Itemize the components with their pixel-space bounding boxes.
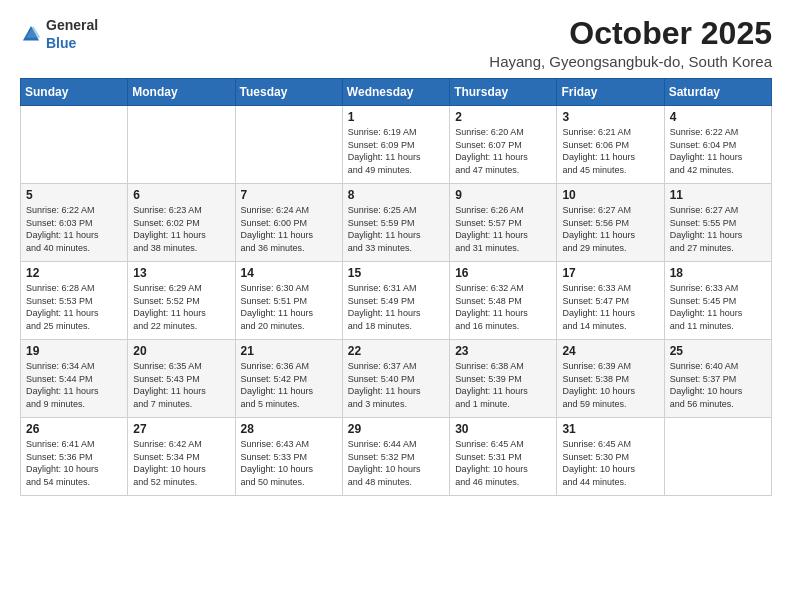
day-info: Sunrise: 6:27 AM Sunset: 5:56 PM Dayligh… [562, 204, 658, 254]
header-friday: Friday [557, 79, 664, 106]
calendar-header-row: Sunday Monday Tuesday Wednesday Thursday… [21, 79, 772, 106]
day-number: 10 [562, 188, 658, 202]
day-info: Sunrise: 6:19 AM Sunset: 6:09 PM Dayligh… [348, 126, 444, 176]
calendar-cell: 11Sunrise: 6:27 AM Sunset: 5:55 PM Dayli… [664, 184, 771, 262]
day-info: Sunrise: 6:21 AM Sunset: 6:06 PM Dayligh… [562, 126, 658, 176]
day-info: Sunrise: 6:22 AM Sunset: 6:04 PM Dayligh… [670, 126, 766, 176]
day-info: Sunrise: 6:41 AM Sunset: 5:36 PM Dayligh… [26, 438, 122, 488]
day-info: Sunrise: 6:33 AM Sunset: 5:47 PM Dayligh… [562, 282, 658, 332]
header-sunday: Sunday [21, 79, 128, 106]
day-info: Sunrise: 6:34 AM Sunset: 5:44 PM Dayligh… [26, 360, 122, 410]
calendar-week-1: 5Sunrise: 6:22 AM Sunset: 6:03 PM Daylig… [21, 184, 772, 262]
day-number: 29 [348, 422, 444, 436]
logo-icon [20, 23, 42, 45]
calendar-cell: 5Sunrise: 6:22 AM Sunset: 6:03 PM Daylig… [21, 184, 128, 262]
day-info: Sunrise: 6:39 AM Sunset: 5:38 PM Dayligh… [562, 360, 658, 410]
day-info: Sunrise: 6:35 AM Sunset: 5:43 PM Dayligh… [133, 360, 229, 410]
header-saturday: Saturday [664, 79, 771, 106]
day-number: 25 [670, 344, 766, 358]
day-info: Sunrise: 6:45 AM Sunset: 5:31 PM Dayligh… [455, 438, 551, 488]
day-number: 19 [26, 344, 122, 358]
day-info: Sunrise: 6:43 AM Sunset: 5:33 PM Dayligh… [241, 438, 337, 488]
calendar-cell: 25Sunrise: 6:40 AM Sunset: 5:37 PM Dayli… [664, 340, 771, 418]
calendar-cell: 22Sunrise: 6:37 AM Sunset: 5:40 PM Dayli… [342, 340, 449, 418]
logo: General Blue [20, 16, 98, 52]
day-info: Sunrise: 6:32 AM Sunset: 5:48 PM Dayligh… [455, 282, 551, 332]
calendar-week-2: 12Sunrise: 6:28 AM Sunset: 5:53 PM Dayli… [21, 262, 772, 340]
calendar-cell: 6Sunrise: 6:23 AM Sunset: 6:02 PM Daylig… [128, 184, 235, 262]
calendar-cell: 2Sunrise: 6:20 AM Sunset: 6:07 PM Daylig… [450, 106, 557, 184]
calendar-cell [235, 106, 342, 184]
day-number: 13 [133, 266, 229, 280]
day-info: Sunrise: 6:37 AM Sunset: 5:40 PM Dayligh… [348, 360, 444, 410]
calendar-cell: 8Sunrise: 6:25 AM Sunset: 5:59 PM Daylig… [342, 184, 449, 262]
day-number: 16 [455, 266, 551, 280]
day-info: Sunrise: 6:22 AM Sunset: 6:03 PM Dayligh… [26, 204, 122, 254]
day-number: 9 [455, 188, 551, 202]
calendar-week-4: 26Sunrise: 6:41 AM Sunset: 5:36 PM Dayli… [21, 418, 772, 496]
day-info: Sunrise: 6:24 AM Sunset: 6:00 PM Dayligh… [241, 204, 337, 254]
day-number: 26 [26, 422, 122, 436]
day-number: 24 [562, 344, 658, 358]
calendar-cell: 10Sunrise: 6:27 AM Sunset: 5:56 PM Dayli… [557, 184, 664, 262]
calendar-cell: 18Sunrise: 6:33 AM Sunset: 5:45 PM Dayli… [664, 262, 771, 340]
calendar-cell: 29Sunrise: 6:44 AM Sunset: 5:32 PM Dayli… [342, 418, 449, 496]
main-container: General Blue October 2025 Hayang, Gyeong… [0, 0, 792, 506]
title-block: October 2025 Hayang, Gyeongsangbuk-do, S… [489, 16, 772, 70]
day-number: 23 [455, 344, 551, 358]
calendar-cell: 13Sunrise: 6:29 AM Sunset: 5:52 PM Dayli… [128, 262, 235, 340]
day-number: 12 [26, 266, 122, 280]
calendar-cell: 26Sunrise: 6:41 AM Sunset: 5:36 PM Dayli… [21, 418, 128, 496]
day-number: 15 [348, 266, 444, 280]
calendar-week-0: 1Sunrise: 6:19 AM Sunset: 6:09 PM Daylig… [21, 106, 772, 184]
day-info: Sunrise: 6:33 AM Sunset: 5:45 PM Dayligh… [670, 282, 766, 332]
calendar-cell: 28Sunrise: 6:43 AM Sunset: 5:33 PM Dayli… [235, 418, 342, 496]
day-number: 31 [562, 422, 658, 436]
calendar-cell: 20Sunrise: 6:35 AM Sunset: 5:43 PM Dayli… [128, 340, 235, 418]
calendar-cell [664, 418, 771, 496]
calendar-cell: 30Sunrise: 6:45 AM Sunset: 5:31 PM Dayli… [450, 418, 557, 496]
day-info: Sunrise: 6:40 AM Sunset: 5:37 PM Dayligh… [670, 360, 766, 410]
location-subtitle: Hayang, Gyeongsangbuk-do, South Korea [489, 53, 772, 70]
header-monday: Monday [128, 79, 235, 106]
day-number: 30 [455, 422, 551, 436]
day-info: Sunrise: 6:27 AM Sunset: 5:55 PM Dayligh… [670, 204, 766, 254]
day-info: Sunrise: 6:45 AM Sunset: 5:30 PM Dayligh… [562, 438, 658, 488]
calendar-cell: 12Sunrise: 6:28 AM Sunset: 5:53 PM Dayli… [21, 262, 128, 340]
day-number: 20 [133, 344, 229, 358]
calendar-cell [21, 106, 128, 184]
day-info: Sunrise: 6:30 AM Sunset: 5:51 PM Dayligh… [241, 282, 337, 332]
day-number: 8 [348, 188, 444, 202]
header-thursday: Thursday [450, 79, 557, 106]
calendar-cell: 17Sunrise: 6:33 AM Sunset: 5:47 PM Dayli… [557, 262, 664, 340]
day-info: Sunrise: 6:44 AM Sunset: 5:32 PM Dayligh… [348, 438, 444, 488]
day-number: 22 [348, 344, 444, 358]
calendar-cell: 16Sunrise: 6:32 AM Sunset: 5:48 PM Dayli… [450, 262, 557, 340]
calendar-cell: 31Sunrise: 6:45 AM Sunset: 5:30 PM Dayli… [557, 418, 664, 496]
day-number: 5 [26, 188, 122, 202]
day-number: 18 [670, 266, 766, 280]
day-number: 1 [348, 110, 444, 124]
logo-general: General Blue [46, 16, 98, 52]
day-info: Sunrise: 6:36 AM Sunset: 5:42 PM Dayligh… [241, 360, 337, 410]
day-info: Sunrise: 6:38 AM Sunset: 5:39 PM Dayligh… [455, 360, 551, 410]
day-number: 2 [455, 110, 551, 124]
calendar-cell: 14Sunrise: 6:30 AM Sunset: 5:51 PM Dayli… [235, 262, 342, 340]
day-number: 4 [670, 110, 766, 124]
day-info: Sunrise: 6:28 AM Sunset: 5:53 PM Dayligh… [26, 282, 122, 332]
day-info: Sunrise: 6:23 AM Sunset: 6:02 PM Dayligh… [133, 204, 229, 254]
day-info: Sunrise: 6:29 AM Sunset: 5:52 PM Dayligh… [133, 282, 229, 332]
day-number: 28 [241, 422, 337, 436]
header-wednesday: Wednesday [342, 79, 449, 106]
day-number: 6 [133, 188, 229, 202]
calendar-cell: 15Sunrise: 6:31 AM Sunset: 5:49 PM Dayli… [342, 262, 449, 340]
calendar-cell: 19Sunrise: 6:34 AM Sunset: 5:44 PM Dayli… [21, 340, 128, 418]
day-number: 21 [241, 344, 337, 358]
calendar-table: Sunday Monday Tuesday Wednesday Thursday… [20, 78, 772, 496]
header: General Blue October 2025 Hayang, Gyeong… [20, 16, 772, 70]
header-tuesday: Tuesday [235, 79, 342, 106]
calendar-cell: 9Sunrise: 6:26 AM Sunset: 5:57 PM Daylig… [450, 184, 557, 262]
calendar-cell: 3Sunrise: 6:21 AM Sunset: 6:06 PM Daylig… [557, 106, 664, 184]
day-info: Sunrise: 6:26 AM Sunset: 5:57 PM Dayligh… [455, 204, 551, 254]
day-number: 7 [241, 188, 337, 202]
